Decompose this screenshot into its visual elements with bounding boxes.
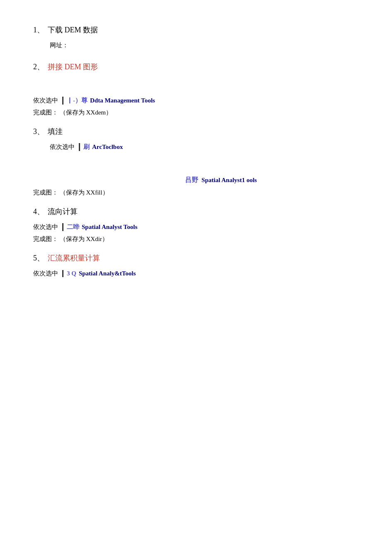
section-4-result-label: 完成图： xyxy=(33,236,58,242)
section-5-tool-text: Spatial Analy&tTools xyxy=(79,270,136,277)
section-4-text: 流向计算 xyxy=(48,207,78,217)
section-1-sublabel: 网址： xyxy=(50,41,359,49)
section-4-result-save: （保存为 XXdir） xyxy=(60,236,108,242)
section-2-toolbox: ▏-）尊 Ddta Management Tools xyxy=(62,97,155,105)
section-3-text: 填洼 xyxy=(48,127,63,136)
section-3-result-label: 完成图： xyxy=(33,189,58,196)
section-2-result: 完成图： （保存为 XXdem） xyxy=(33,109,359,117)
section-1-content: 网址： xyxy=(33,41,359,49)
section-3-icon: 刷 xyxy=(83,143,90,151)
section-1-title: 1、 下载 DEM 数据 xyxy=(33,25,359,35)
section-5-instruction: 依次选中 3 Q Spatial Analy&tTools xyxy=(33,270,359,278)
section-1: 1、 下载 DEM 数据 网址： xyxy=(33,25,359,49)
section-3-toolbox: 刷 ArcToclbox xyxy=(79,143,123,151)
section-5-toolbox: 3 Q Spatial Analy&tTools xyxy=(62,270,136,277)
section-2-instr-label: 依次选中 xyxy=(33,97,58,105)
section-3-centered-tool: 吕野 Spatial Analyst1 ools xyxy=(83,176,359,185)
section-5-num: 5、 xyxy=(33,253,44,263)
section-3-instruction: 依次选中 刷 ArcToclbox xyxy=(33,143,359,151)
section-4-tool-text: Spatial Analyst Tools xyxy=(82,224,137,231)
section-3-tool-text: ArcToclbox xyxy=(92,144,123,151)
section-4-result: 完成图： （保存为 XXdir） xyxy=(33,235,359,243)
section-3-title: 3、 填洼 xyxy=(33,127,359,136)
section-2-num: 2、 xyxy=(33,62,44,72)
section-3-num: 3、 xyxy=(33,127,44,136)
section-2-tool-text: Ddta Management Tools xyxy=(90,97,155,104)
section-2-icon: ▏-）尊 xyxy=(67,97,88,105)
section-4-instruction: 依次选中 二哗 Spatial Analyst Tools xyxy=(33,223,359,231)
section-3-result-save: （保存为 XXfill） xyxy=(60,189,109,196)
section-1-text: 下载 DEM 数据 xyxy=(48,25,98,35)
section-2-result-save: （保存为 XXdem） xyxy=(60,109,112,116)
section-2-result-label: 完成图： xyxy=(33,109,58,116)
section-5: 5、 汇流累积量计算 依次选中 3 Q Spatial Analy&tTools xyxy=(33,253,359,278)
section-3: 3、 填洼 依次选中 刷 ArcToclbox 吕野 Spatial Analy… xyxy=(33,127,359,197)
section-5-icon: 3 Q xyxy=(67,270,76,277)
section-4-title: 4、 流向计算 xyxy=(33,207,359,217)
section-4: 4、 流向计算 依次选中 二哗 Spatial Analyst Tools 完成… xyxy=(33,207,359,243)
section-3-result: 完成图： （保存为 XXfill） xyxy=(33,189,359,197)
section-3-instr-label: 依次选中 xyxy=(50,143,75,151)
section-5-text: 汇流累积量计算 xyxy=(48,253,100,263)
section-4-icon: 二哗 xyxy=(67,223,79,231)
section-2-instruction: 依次选中 ▏-）尊 Ddta Management Tools xyxy=(33,97,359,105)
section-2-title: 2、 拼接 DEM 图形 xyxy=(33,62,359,72)
section-4-toolbox: 二哗 Spatial Analyst Tools xyxy=(62,223,137,231)
section-4-instr-label: 依次选中 xyxy=(33,223,58,231)
section-1-num: 1、 xyxy=(33,25,44,35)
section-2: 2、 拼接 DEM 图形 依次选中 ▏-）尊 Ddta Management T… xyxy=(33,62,359,117)
section-2-text: 拼接 DEM 图形 xyxy=(48,62,98,72)
section-3-centered-icon: 吕野 xyxy=(185,176,198,183)
section-5-instr-label: 依次选中 xyxy=(33,270,58,278)
section-5-title: 5、 汇流累积量计算 xyxy=(33,253,359,263)
section-3-centered-text: Spatial Analyst1 ools xyxy=(202,177,257,183)
section-4-num: 4、 xyxy=(33,207,44,217)
